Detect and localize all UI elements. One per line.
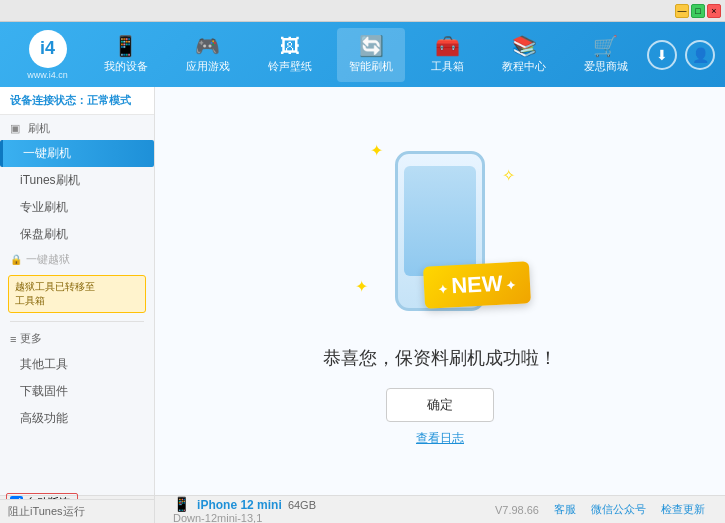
sidebar: 设备连接状态：正常模式 ▣ 刷机 一键刷机 iTunes刷机 专业刷机 保盘刷机… — [0, 87, 155, 495]
nav-store[interactable]: 🛒 爱思商城 — [572, 28, 640, 82]
service-link[interactable]: 客服 — [554, 502, 576, 517]
header-actions: ⬇ 👤 — [647, 40, 715, 70]
nav-store-label: 爱思商城 — [584, 59, 628, 74]
more-section-header: ≡ 更多 — [0, 326, 154, 351]
sidebar-item-pro-flash[interactable]: 专业刷机 — [0, 194, 154, 221]
confirm-button[interactable]: 确定 — [386, 388, 494, 422]
sparkle-3: ✦ — [355, 277, 368, 296]
sidebar-item-itunes-flash[interactable]: iTunes刷机 — [0, 167, 154, 194]
main-content: ✦ ✧ ✦ NEW 恭喜您，保资料刷机成功啦！ 确定 查看日志 — [155, 87, 725, 495]
main-area: 设备连接状态：正常模式 ▣ 刷机 一键刷机 iTunes刷机 专业刷机 保盘刷机… — [0, 87, 725, 495]
locked-jailbreak: 🔒 一键越狱 — [0, 248, 154, 271]
version-text: V7.98.66 — [495, 504, 539, 516]
update-link[interactable]: 检查更新 — [661, 502, 705, 517]
flash-section-header: ▣ 刷机 — [0, 115, 154, 140]
toolbox-icon: 🧰 — [435, 36, 460, 56]
logo-char: i4 — [40, 38, 55, 59]
jailbreak-notice: 越狱工具已转移至工具箱 — [8, 275, 146, 313]
tutorial-icon: 📚 — [512, 36, 537, 56]
flash-section-icon: ▣ — [10, 122, 24, 136]
sidebar-item-one-key-flash[interactable]: 一键刷机 — [0, 140, 154, 167]
pro-flash-label: 专业刷机 — [20, 200, 68, 214]
device-icon: 📱 — [173, 496, 190, 512]
device-model: Down-12mini-13,1 — [173, 512, 262, 524]
sidebar-item-advanced[interactable]: 高级功能 — [0, 405, 154, 432]
nav-apps-games-label: 应用游戏 — [186, 59, 230, 74]
nav-apps-games[interactable]: 🎮 应用游戏 — [174, 28, 242, 82]
maximize-button[interactable]: □ — [691, 4, 705, 18]
title-bar: — □ × — [0, 0, 725, 22]
sparkle-1: ✦ — [370, 141, 383, 160]
bottom-content: 📱 iPhone 12 mini 64GB Down-12mini-13,1 V… — [155, 496, 725, 524]
nav-ringtones-label: 铃声壁纸 — [268, 59, 312, 74]
nav-toolbox-label: 工具箱 — [431, 59, 464, 74]
sidebar-item-download-firmware[interactable]: 下载固件 — [0, 378, 154, 405]
phone-screen — [404, 166, 476, 276]
nav-smart-flash-label: 智能刷机 — [349, 59, 393, 74]
device-storage: 64GB — [285, 499, 316, 511]
download-firmware-label: 下载固件 — [20, 384, 68, 398]
nav-ringtones[interactable]: 🖼 铃声壁纸 — [256, 28, 324, 82]
smart-flash-icon: 🔄 — [359, 36, 384, 56]
status-label: 设备连接状态： — [10, 94, 87, 106]
nav-items: 📱 我的设备 🎮 应用游戏 🖼 铃声壁纸 🔄 智能刷机 🧰 工具箱 📚 教程中心… — [85, 22, 647, 87]
bottom-right: V7.98.66 客服 微信公众号 检查更新 — [495, 502, 715, 517]
sidebar-item-save-flash[interactable]: 保盘刷机 — [0, 221, 154, 248]
nav-tutorial-label: 教程中心 — [502, 59, 546, 74]
logo-subtitle: www.i4.cn — [27, 70, 68, 80]
nav-tutorial[interactable]: 📚 教程中心 — [490, 28, 558, 82]
apps-games-icon: 🎮 — [195, 36, 220, 56]
device-name: iPhone 12 mini — [197, 498, 282, 512]
locked-label: 一键越狱 — [26, 252, 70, 267]
nav-my-device-label: 我的设备 — [104, 59, 148, 74]
sidebar-item-other-tools[interactable]: 其他工具 — [0, 351, 154, 378]
lock-icon: 🔒 — [10, 254, 22, 265]
more-section-label: 更多 — [20, 331, 42, 346]
status-value: 正常模式 — [87, 94, 131, 106]
phone-illustration: ✦ ✧ ✦ NEW — [350, 136, 530, 326]
one-key-flash-label: 一键刷机 — [23, 146, 71, 160]
itunes-status-label: 阻止iTunes运行 — [8, 505, 85, 517]
save-flash-label: 保盘刷机 — [20, 227, 68, 241]
sparkle-2: ✧ — [502, 166, 515, 185]
itunes-flash-label: iTunes刷机 — [20, 173, 80, 187]
secondary-link[interactable]: 查看日志 — [416, 430, 464, 447]
account-button[interactable]: 👤 — [685, 40, 715, 70]
flash-section-label: 刷机 — [28, 121, 50, 136]
header: i4 www.i4.cn 📱 我的设备 🎮 应用游戏 🖼 铃声壁纸 🔄 智能刷机… — [0, 22, 725, 87]
logo-icon: i4 — [29, 30, 67, 68]
minimize-button[interactable]: — — [675, 4, 689, 18]
sidebar-divider — [10, 321, 144, 322]
nav-my-device[interactable]: 📱 我的设备 — [92, 28, 160, 82]
new-badge: NEW — [423, 261, 531, 308]
jailbreak-notice-text: 越狱工具已转移至工具箱 — [15, 281, 95, 306]
store-icon: 🛒 — [593, 36, 618, 56]
ringtones-icon: 🖼 — [280, 36, 300, 56]
more-section-icon: ≡ — [10, 333, 16, 345]
device-info: 📱 iPhone 12 mini 64GB Down-12mini-13,1 — [165, 496, 324, 524]
my-device-icon: 📱 — [113, 36, 138, 56]
close-button[interactable]: × — [707, 4, 721, 18]
nav-smart-flash[interactable]: 🔄 智能刷机 — [337, 28, 405, 82]
success-message: 恭喜您，保资料刷机成功啦！ — [323, 346, 557, 370]
advanced-label: 高级功能 — [20, 411, 68, 425]
download-button[interactable]: ⬇ — [647, 40, 677, 70]
other-tools-label: 其他工具 — [20, 357, 68, 371]
itunes-status[interactable]: 阻止iTunes运行 — [0, 499, 155, 523]
nav-toolbox[interactable]: 🧰 工具箱 — [419, 28, 476, 82]
wechat-link[interactable]: 微信公众号 — [591, 502, 646, 517]
logo: i4 www.i4.cn — [10, 30, 85, 80]
device-status: 设备连接状态：正常模式 — [0, 87, 154, 115]
